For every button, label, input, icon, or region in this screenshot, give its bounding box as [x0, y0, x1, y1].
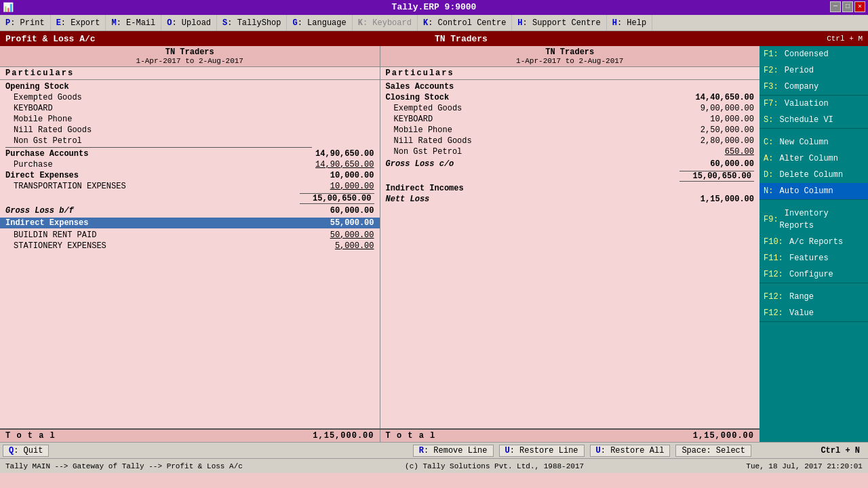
sidebar-company[interactable]: F3: Company [760, 79, 868, 95]
particulars-row: Particulars Particulars [0, 67, 760, 80]
sidebar-section-5: F12: Range F12: Value [760, 289, 868, 322]
sidebar-period[interactable]: F2: Period [760, 62, 868, 79]
status-bar: Tally MAIN --> Gateway of Tally --> Prof… [0, 458, 868, 473]
right-particulars-label: Particulars [386, 68, 454, 78]
restore-all-button[interactable]: U: Restore All [590, 445, 671, 457]
quit-button[interactable]: Q: Quit [3, 445, 49, 457]
purchase-accounts-header: Purchase Accounts 14,90,650.00 [0, 148, 380, 159]
row-transport: TRANSPORTATION EXPENSES 10,000.00 [0, 181, 380, 192]
minimize-button[interactable]: ─ [830, 1, 841, 12]
menu-email[interactable]: M: E-Mail [106, 15, 161, 30]
row-buildin-rent: BUILDIN RENT PAID 50,000.00 [0, 230, 380, 241]
bottom-bar: Q: Quit R: Remove Line U: Restore Line U… [0, 442, 868, 458]
sidebar-alter-column[interactable]: A: Alter Column [760, 150, 868, 167]
row-nill-l: Nill Rated Goods [0, 125, 380, 136]
row-nongst-r: Non Gst Petrol 650.00 [380, 146, 760, 157]
row-keyboard-r: KEYBOARD 10,000.00 [380, 114, 760, 125]
nett-loss: Nett Loss 1,15,000.00 [380, 194, 760, 205]
left-total: T o t a l 1,15,000.00 [0, 430, 380, 442]
column-headers: TN Traders 1-Apr-2017 to 2-Aug-2017 TN T… [0, 46, 760, 67]
sidebar-section-1: F1: Condensed F2: Period F3: Company [760, 46, 868, 96]
sidebar-schedule-vi[interactable]: S: Schedule VI [760, 112, 868, 128]
closing-stock-header: Closing Stock 14,40,650.00 [380, 92, 760, 103]
total-row: T o t a l 1,15,000.00 T o t a l 1,15,000… [0, 428, 760, 442]
row-nill-r: Nill Rated Goods 2,80,000.00 [380, 136, 760, 146]
main-layout: TN Traders 1-Apr-2017 to 2-Aug-2017 TN T… [0, 46, 868, 442]
left-col-header: TN Traders 1-Apr-2017 to 2-Aug-2017 [0, 46, 380, 66]
company-name: TN Traders [435, 34, 488, 44]
sidebar: F1: Condensed F2: Period F3: Company F7:… [760, 46, 868, 442]
gross-loss-bf: Gross Loss b/f 60,000.00 [0, 205, 380, 216]
menu-control-centre[interactable]: K: Control Centre [418, 15, 512, 30]
left-period: 1-Apr-2017 to 2-Aug-2017 [0, 57, 380, 65]
title-bar: 📊 Tally.ERP 9:9000 ─ □ ✕ [0, 0, 868, 15]
window-controls: ─ □ ✕ [830, 1, 865, 12]
datetime: Tue, 18 Jul, 2017 21:20:01 [746, 462, 863, 470]
row-stationery: STATIONERY EXPENSES 5,000.00 [0, 241, 380, 251]
app-icon: 📊 [3, 2, 14, 14]
left-company: TN Traders [0, 47, 380, 57]
sales-accounts-header: Sales Accounts [380, 81, 760, 92]
row-purchase: Purchase 14,90,650.00 [0, 159, 380, 170]
right-col-header: TN Traders 1-Apr-2017 to 2-Aug-2017 [380, 46, 760, 66]
menu-bar: P: Print E: Export M: E-Mail O: Upload S… [0, 15, 868, 31]
remove-line-button[interactable]: R: Remove Line [413, 445, 494, 457]
header-shortcut: Ctrl + M [827, 35, 863, 43]
menu-print[interactable]: P: Print [0, 15, 51, 30]
data-area: Opening Stock Exempted Goods KEYBOARD Mo… [0, 80, 760, 428]
row-nongst-l: Non Gst Petrol [0, 136, 380, 146]
right-subtotal-line: 15,00,650.00 [386, 171, 755, 182]
sidebar-delete-column[interactable]: D: Delete Column [760, 167, 868, 183]
menu-keyboard[interactable]: K: Keyboard [353, 15, 418, 30]
sidebar-section-3: C: New Column A: Alter Column D: Delete … [760, 134, 868, 200]
left-particulars: Particulars [0, 67, 380, 79]
indirect-incomes-header: Indirect Incomes [380, 183, 760, 194]
sidebar-ac-reports[interactable]: F10: A/c Reports [760, 234, 868, 250]
menu-help[interactable]: H: Help [607, 15, 652, 30]
header-bar: Profit & Loss A/c TN Traders Ctrl + M [0, 31, 868, 46]
sidebar-condensed[interactable]: F1: Condensed [760, 46, 868, 62]
right-particulars: Particulars [380, 67, 760, 79]
left-subtotal-line: 15,00,650.00 [5, 193, 374, 204]
restore-line-button[interactable]: U: Restore Line [499, 445, 585, 457]
direct-expenses-header: Direct Expenses 10,000.00 [0, 170, 380, 181]
menu-upload[interactable]: O: Upload [161, 15, 217, 30]
ctrl-n-label: Ctrl + N [757, 446, 865, 455]
sidebar-value[interactable]: F12: Value [760, 305, 868, 321]
sidebar-new-column[interactable]: C: New Column [760, 134, 868, 150]
sidebar-range[interactable]: F12: Range [760, 289, 868, 305]
sidebar-valuation[interactable]: F7: Valuation [760, 96, 868, 112]
row-mobile-r: Mobile Phone 2,50,000.00 [380, 125, 760, 136]
copyright: (c) Tally Solutions Pvt. Ltd., 1988-2017 [405, 462, 584, 470]
content-area: TN Traders 1-Apr-2017 to 2-Aug-2017 TN T… [0, 46, 760, 442]
gross-loss-co: Gross Loss c/o 60,000.00 [380, 159, 760, 169]
select-button[interactable]: Space: Select [675, 445, 751, 457]
row-mobile-l: Mobile Phone [0, 114, 380, 125]
menu-export[interactable]: E: Export [51, 15, 106, 30]
menu-support-centre[interactable]: H: Support Centre [512, 15, 606, 30]
right-company: TN Traders [380, 47, 760, 57]
left-panel: Opening Stock Exempted Goods KEYBOARD Mo… [0, 80, 380, 428]
sidebar-section-2: F7: Valuation S: Schedule VI [760, 96, 868, 129]
menu-language[interactable]: G: Language [287, 15, 352, 30]
row-keyboard-l: KEYBOARD [0, 103, 380, 114]
sidebar-inventory-reports[interactable]: F9: Inventory Reports [760, 205, 868, 234]
right-panel: Sales Accounts Closing Stock 14,40,650.0… [380, 80, 760, 428]
nav-path: Tally MAIN --> Gateway of Tally --> Prof… [5, 462, 243, 470]
app-title: Tally.ERP 9:9000 [392, 2, 477, 12]
indirect-expenses-header: Indirect Expenses 55,000.00 [0, 218, 380, 228]
left-particulars-label: Particulars [5, 68, 74, 78]
row-exempted-goods-l: Exempted Goods [0, 92, 380, 103]
sidebar-features[interactable]: F11: Features [760, 250, 868, 266]
row-exempted-goods-r: Exempted Goods 9,00,000.00 [380, 103, 760, 114]
close-button[interactable]: ✕ [854, 1, 865, 12]
sidebar-section-4: F9: Inventory Reports F10: A/c Reports F… [760, 205, 868, 283]
report-title: Profit & Loss A/c [5, 34, 96, 44]
opening-stock-header: Opening Stock [0, 81, 380, 92]
menu-tallyshop[interactable]: S: TallyShop [217, 15, 287, 30]
restore-button[interactable]: □ [842, 1, 853, 12]
sidebar-auto-column[interactable]: N: Auto Column [760, 183, 868, 199]
right-period: 1-Apr-2017 to 2-Aug-2017 [380, 57, 760, 65]
right-total: T o t a l 1,15,000.00 [380, 430, 760, 442]
sidebar-configure[interactable]: F12: Configure [760, 266, 868, 283]
